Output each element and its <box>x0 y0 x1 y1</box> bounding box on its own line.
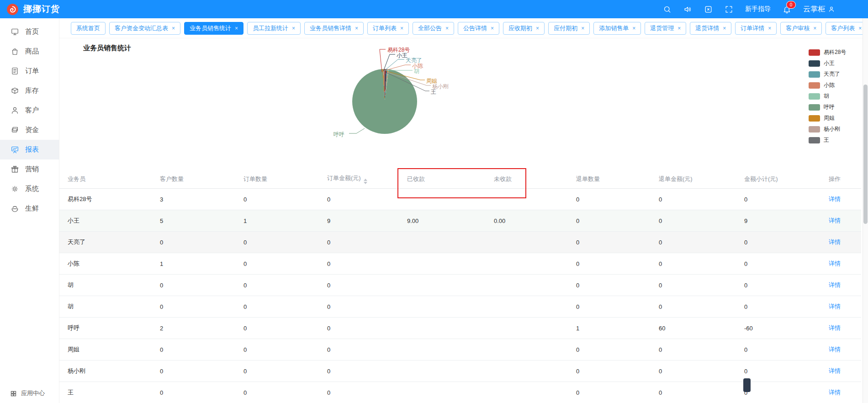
tab-close-icon[interactable]: × <box>172 25 175 32</box>
sidebar-item-home[interactable]: 首页 <box>0 22 59 42</box>
sidebar-item-fresh[interactable]: 生鲜 <box>0 199 59 218</box>
table-cell <box>399 253 486 275</box>
column-header[interactable]: 订单金额(元) <box>319 170 399 189</box>
detail-link[interactable]: 详情 <box>829 281 841 288</box>
table-cell: 胡 <box>59 275 152 296</box>
tab[interactable]: 业务员销售统计× <box>184 22 243 35</box>
legend-item[interactable]: 杨小刚 <box>809 125 846 133</box>
sidebar-item-order[interactable]: 订单 <box>0 61 59 81</box>
sidebar-item-label: 系统 <box>25 185 39 193</box>
tab-close-icon[interactable]: × <box>858 25 862 32</box>
tab-label: 订单列表 <box>373 24 397 32</box>
tab[interactable]: 应付期初× <box>548 22 590 35</box>
tab[interactable]: 订单列表× <box>367 22 409 35</box>
pie-chart[interactable] <box>352 69 417 134</box>
sidebar-item-marketing[interactable]: 营销 <box>0 159 59 179</box>
tab-close-icon[interactable]: × <box>677 25 681 32</box>
tab[interactable]: 订单详情× <box>735 22 777 35</box>
tab-close-icon[interactable]: × <box>768 25 771 32</box>
tab-close-icon[interactable]: × <box>581 25 584 32</box>
sort-icon[interactable] <box>364 179 367 184</box>
detail-link[interactable]: 详情 <box>829 324 841 331</box>
tab[interactable]: 全部公告× <box>413 22 454 35</box>
tab[interactable]: 客户审核× <box>780 22 822 35</box>
tab-close-icon[interactable]: × <box>235 25 238 32</box>
tab-close-icon[interactable]: × <box>355 25 358 32</box>
tab[interactable]: 公告详情× <box>458 22 499 35</box>
tab[interactable]: 退货详情× <box>690 22 731 35</box>
column-header: 退单数量 <box>568 170 651 189</box>
legend-item[interactable]: 天亮了 <box>809 70 846 78</box>
tab[interactable]: 客户列表× <box>826 22 863 35</box>
tab-close-icon[interactable]: × <box>723 25 726 32</box>
fullscreen-icon[interactable] <box>725 5 733 14</box>
account-menu[interactable]: 云掌柜 <box>803 5 835 14</box>
legend-item[interactable]: 王 <box>809 136 846 144</box>
table-cell: 0 <box>651 382 736 403</box>
sidebar-item-goods[interactable]: 商品 <box>0 42 59 61</box>
tab[interactable]: 系统首页 <box>71 22 106 35</box>
legend-label: 周姐 <box>824 114 835 122</box>
guide-link[interactable]: 新手指导 <box>745 5 771 13</box>
scrollbar-thumb[interactable] <box>863 85 868 224</box>
table-cell: 60 <box>651 318 736 339</box>
detail-link[interactable]: 详情 <box>829 196 841 202</box>
table-cell: 9 <box>319 210 399 232</box>
detail-link[interactable]: 详情 <box>829 260 841 267</box>
sidebar-item-system[interactable]: 系统 <box>0 179 59 199</box>
table-cell: 0 <box>319 296 399 318</box>
table-cell <box>486 232 568 253</box>
tab-close-icon[interactable]: × <box>292 25 295 32</box>
tab-close-icon[interactable]: × <box>813 25 816 32</box>
sidebar-item-customer[interactable]: 客户 <box>0 101 59 120</box>
tab-close-icon[interactable]: × <box>632 25 635 32</box>
speaker-icon[interactable] <box>683 5 692 14</box>
tab-close-icon[interactable]: × <box>491 25 494 32</box>
legend-item[interactable]: 呼呼 <box>809 103 846 111</box>
tab[interactable]: 客户资金变动汇总表× <box>109 22 180 35</box>
app-center-link[interactable]: 应用中心 <box>10 389 45 398</box>
search-icon[interactable] <box>663 5 672 14</box>
table-cell: 详情 <box>820 382 861 403</box>
floating-widget[interactable] <box>743 378 751 392</box>
inventory-icon <box>11 86 19 95</box>
sidebar-item-label: 库存 <box>25 86 39 95</box>
table-cell: 1 <box>152 253 235 275</box>
tab[interactable]: 退货管理× <box>645 22 686 35</box>
table-cell <box>399 318 486 339</box>
table-cell: 0 <box>568 232 651 253</box>
sidebar-item-funds[interactable]: 资金 <box>0 120 59 140</box>
notification-bell[interactable]: 0 <box>783 5 791 14</box>
legend-label: 王 <box>824 136 829 144</box>
legend-item[interactable]: 小陈 <box>809 81 846 89</box>
detail-link[interactable]: 详情 <box>829 217 841 224</box>
legend-item[interactable]: 胡 <box>809 92 846 100</box>
legend-item[interactable]: 小王 <box>809 59 846 67</box>
detail-link[interactable]: 详情 <box>829 367 841 374</box>
vertical-scrollbar[interactable] <box>863 18 868 403</box>
tab-close-icon[interactable]: × <box>445 25 449 32</box>
table-cell: 易科28号 <box>59 189 152 210</box>
tab-close-icon[interactable]: × <box>536 25 539 32</box>
legend-item[interactable]: 周姐 <box>809 114 846 122</box>
table-cell: 0 <box>319 253 399 275</box>
sidebar-item-report[interactable]: 报表 <box>0 140 59 159</box>
table-cell <box>399 232 486 253</box>
table-cell: 0 <box>319 275 399 296</box>
detail-link[interactable]: 详情 <box>829 303 841 310</box>
table-row: 小王5199.000.00009详情 <box>59 210 861 232</box>
detail-link[interactable]: 详情 <box>829 346 841 353</box>
tab[interactable]: 业务员销售详情× <box>304 22 364 35</box>
legend-item[interactable]: 易科28号 <box>809 48 846 56</box>
window-close-icon[interactable] <box>704 5 713 14</box>
table-cell: 0 <box>651 361 736 382</box>
tab-close-icon[interactable]: × <box>400 25 403 32</box>
tab[interactable]: 员工拉新统计× <box>247 22 301 35</box>
table-cell: 0 <box>736 253 820 275</box>
detail-link[interactable]: 详情 <box>829 239 841 245</box>
sidebar-item-inventory[interactable]: 库存 <box>0 81 59 101</box>
detail-link[interactable]: 详情 <box>829 389 841 396</box>
tab[interactable]: 应收期初× <box>503 22 545 35</box>
tab[interactable]: 添加销售单× <box>593 22 641 35</box>
account-name: 云掌柜 <box>803 5 825 14</box>
